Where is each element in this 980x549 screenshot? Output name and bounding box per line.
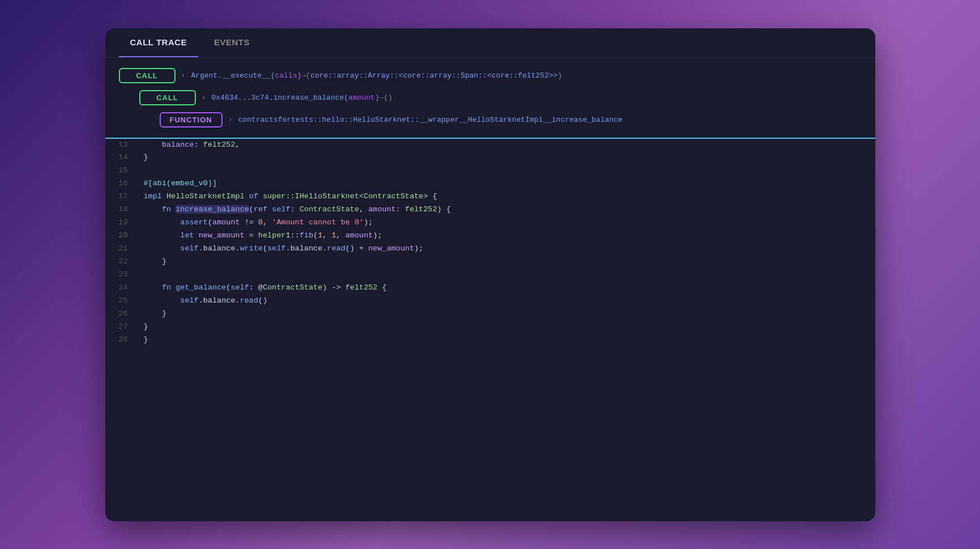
call-text-1: Argent.__execute__(calls)→(core::array::… — [191, 71, 562, 80]
line-number-18: 18 — [105, 203, 139, 216]
tab-call-trace[interactable]: CALL TRACE — [119, 28, 199, 57]
line-number-15: 15 — [105, 164, 139, 177]
code-line-19: 19 assert(amount != 0, 'Amount cannot be… — [105, 216, 875, 229]
code-line-21: 21 self.balance.write(self.balance.read(… — [105, 242, 875, 256]
line-content-16: #[abi(embed_v0)] — [139, 177, 217, 190]
line-number-14: 14 — [105, 151, 139, 164]
main-panel: CALL TRACE EVENTS CALL › Argent.__execut… — [105, 28, 875, 521]
line-number-22: 22 — [105, 256, 139, 269]
line-content-18: fn increase_balance(ref self: ContractSt… — [139, 203, 451, 216]
call-row-3[interactable]: FUNCTION › contractsfortests::hello::Hel… — [105, 109, 875, 131]
line-content-13: balance: felt252, — [139, 139, 240, 152]
call-text-3: contractsfortests::hello::HelloStarknet:… — [238, 116, 623, 124]
line-number-13: 13 — [105, 139, 139, 152]
line-content-26: } — [139, 308, 167, 321]
call-text-2: 0x4634...3c74.increase_balance(amount)→(… — [212, 93, 393, 102]
code-line-22: 22 } — [105, 256, 875, 269]
code-line-18: 18 fn increase_balance(ref self: Contrac… — [105, 203, 875, 216]
line-number-23: 23 — [105, 269, 139, 282]
line-content-20: let new_amount = helper1::fib(1, 1, amou… — [139, 229, 382, 242]
line-number-17: 17 — [105, 190, 139, 203]
code-line-23: 23 — [105, 269, 875, 282]
code-line-28: 28 } — [105, 334, 875, 347]
code-line-14: 14 } — [105, 151, 875, 164]
code-line-17: 17 impl HelloStarknetImpl of super::IHel… — [105, 190, 875, 203]
chevron-icon-3: › — [229, 116, 232, 124]
call-badge-1: CALL — [119, 68, 176, 83]
function-badge-3: FUNCTION — [160, 112, 222, 127]
line-content-19: assert(amount != 0, 'Amount cannot be 0'… — [139, 216, 373, 229]
chevron-icon-2: › — [203, 93, 205, 101]
code-line-15: 15 — [105, 164, 875, 177]
call-row-2[interactable]: CALL › 0x4634...3c74.increase_balance(am… — [105, 87, 875, 109]
call-badge-2: CALL — [139, 90, 196, 105]
code-line-27: 27 } — [105, 321, 875, 334]
line-number-25: 25 — [105, 295, 139, 308]
line-number-16: 16 — [105, 177, 139, 190]
code-line-16: 16 #[abi(embed_v0)] — [105, 177, 875, 190]
chevron-icon-1: › — [182, 71, 185, 79]
line-number-28: 28 — [105, 334, 139, 347]
code-block[interactable]: 13 balance: felt252, 14 } 15 16 #[abi(em… — [105, 139, 875, 521]
line-number-26: 26 — [105, 308, 139, 321]
code-line-26: 26 } — [105, 308, 875, 321]
line-content-27: } — [139, 321, 148, 334]
code-line-25: 25 self.balance.read() — [105, 295, 875, 308]
line-content-17: impl HelloStarknetImpl of super::IHelloS… — [139, 190, 438, 203]
line-number-27: 27 — [105, 321, 139, 334]
line-content-28: } — [139, 334, 148, 347]
tab-events[interactable]: EVENTS — [203, 28, 261, 57]
code-line-20: 20 let new_amount = helper1::fib(1, 1, a… — [105, 229, 875, 242]
line-content-23 — [139, 269, 148, 282]
code-line-24: 24 fn get_balance(self: @ContractState) … — [105, 282, 875, 295]
call-trace-section: CALL › Argent.__execute__(calls)→(core::… — [105, 58, 875, 138]
line-content-14: } — [139, 151, 148, 164]
line-content-24: fn get_balance(self: @ContractState) -> … — [139, 282, 387, 295]
code-line-13: 13 balance: felt252, — [105, 139, 875, 152]
line-content-15 — [139, 164, 148, 177]
line-number-20: 20 — [105, 229, 139, 242]
line-number-19: 19 — [105, 216, 139, 229]
tab-header: CALL TRACE EVENTS — [105, 28, 875, 58]
line-number-24: 24 — [105, 282, 139, 295]
line-number-21: 21 — [105, 242, 139, 256]
call-row-1[interactable]: CALL › Argent.__execute__(calls)→(core::… — [105, 65, 875, 87]
code-section[interactable]: 13 balance: felt252, 14 } 15 16 #[abi(em… — [105, 138, 875, 521]
line-content-21: self.balance.write(self.balance.read() +… — [139, 242, 423, 256]
line-content-25: self.balance.read() — [139, 295, 268, 308]
line-content-22: } — [139, 256, 167, 269]
